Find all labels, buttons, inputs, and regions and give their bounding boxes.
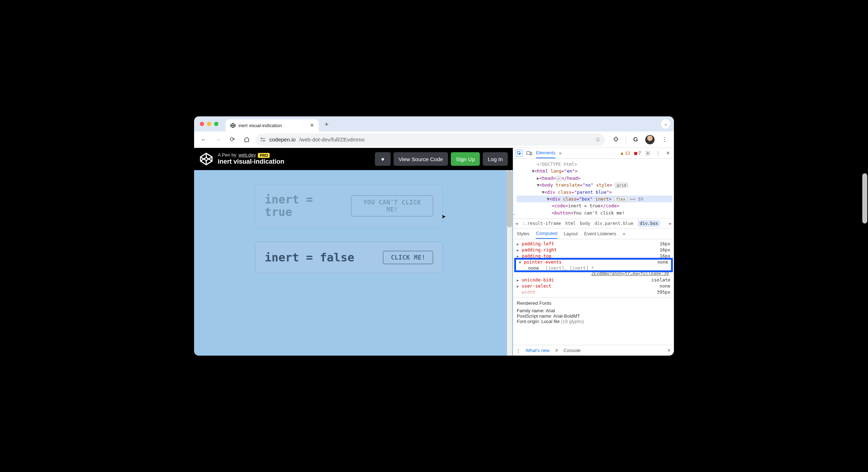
breadcrumb-left-chevron-icon[interactable]: ◀ bbox=[515, 221, 518, 226]
separator bbox=[626, 136, 626, 144]
home-button[interactable] bbox=[241, 134, 252, 145]
dom-breadcrumb[interactable]: ◀ :.result-iframe html body div.parent.b… bbox=[513, 218, 674, 228]
pro-badge: PRO bbox=[258, 153, 270, 158]
computed-row: ▶padding-left16px bbox=[513, 241, 674, 247]
layout-tab[interactable]: Layout bbox=[564, 231, 578, 236]
breadcrumb-right-chevron-icon[interactable]: ▶ bbox=[669, 221, 672, 226]
breadcrumb-item-selected[interactable]: div.box bbox=[638, 220, 660, 227]
codepen-logo-icon[interactable] bbox=[199, 152, 213, 166]
breadcrumb-item[interactable]: :.result-iframe bbox=[522, 221, 561, 226]
inert-true-code: inert = true bbox=[265, 193, 344, 218]
whats-new-close-icon[interactable]: ✕ bbox=[555, 348, 559, 353]
scrollbar-thumb[interactable] bbox=[507, 170, 512, 227]
warnings-count: 13 bbox=[625, 150, 630, 156]
errors-badge[interactable]: ◼7 bbox=[634, 150, 641, 156]
computed-row: ▶padding-right16px bbox=[513, 247, 674, 253]
svg-rect-4 bbox=[530, 152, 532, 155]
styles-tab[interactable]: Styles bbox=[517, 231, 529, 236]
svg-point-5 bbox=[647, 153, 648, 154]
forward-button[interactable]: → bbox=[213, 134, 223, 145]
browser-tab[interactable]: inert visual-indication ✕ bbox=[226, 119, 319, 131]
byline-prefix: A Pen by bbox=[218, 153, 236, 158]
bookmark-star-icon[interactable]: ☆ bbox=[595, 136, 601, 143]
console-tab[interactable]: Console bbox=[564, 348, 581, 353]
errors-count: 7 bbox=[638, 150, 641, 156]
device-toggle-icon[interactable] bbox=[526, 150, 532, 156]
heart-icon: ♥ bbox=[381, 156, 384, 162]
computed-pane[interactable]: ▶padding-left16px ▶padding-right16px ▶pa… bbox=[513, 239, 674, 345]
page: A Pen by web.dev PRO inert visual-indica… bbox=[194, 148, 513, 356]
reload-button[interactable]: ⟳ bbox=[227, 134, 238, 145]
devtools-menu-icon[interactable]: ⋮ bbox=[655, 150, 661, 156]
codepen-header: A Pen by web.dev PRO inert visual-indica… bbox=[194, 148, 513, 170]
log-in-button[interactable]: Log In bbox=[483, 152, 508, 166]
highlighted-property: ▼pointer-eventsnone none[inert], [inert]… bbox=[515, 259, 672, 271]
devtools-topbar: Elements » ▲13 ◼7 ⋮ ✕ bbox=[513, 148, 674, 159]
tabs-dropdown-button[interactable]: ⌄ bbox=[661, 119, 670, 129]
maximize-window-button[interactable] bbox=[214, 122, 218, 126]
page-scrollbar[interactable] bbox=[507, 170, 512, 356]
devtools-settings-icon[interactable] bbox=[645, 150, 651, 156]
drawer-menu-icon[interactable]: ⋮ bbox=[516, 348, 521, 353]
content-area: A Pen by web.dev PRO inert visual-indica… bbox=[194, 148, 674, 356]
computed-row: width395px bbox=[513, 289, 674, 295]
svg-rect-3 bbox=[527, 151, 530, 154]
toolbar-right: G ⋮ bbox=[611, 134, 670, 145]
event-listeners-tab[interactable]: Event Listeners bbox=[584, 231, 616, 236]
byline-author[interactable]: web.dev bbox=[238, 153, 256, 158]
codepen-meta: A Pen by web.dev PRO inert visual-indica… bbox=[218, 153, 284, 165]
sign-up-button[interactable]: Sign Up bbox=[451, 152, 480, 166]
dom-doctype: <!DOCTYPE html> bbox=[517, 161, 672, 168]
sub-selector: [inert], [inert] * bbox=[545, 265, 594, 271]
address-bar[interactable]: codepen.io/web-dot-dev/full/ZEvdmmo ☆ bbox=[256, 134, 605, 146]
computed-row: ▶unicode-bidiisolate bbox=[513, 277, 674, 283]
computed-row: ▶user-selectnone bbox=[513, 283, 674, 289]
rendered-fonts-section: Rendered Fonts Family name: Arial PostSc… bbox=[513, 297, 674, 327]
elements-tab[interactable]: Elements bbox=[536, 148, 555, 158]
url-path: /web-dot-dev/full/ZEvdmmo bbox=[299, 136, 365, 143]
whats-new-tab[interactable]: What's new bbox=[526, 348, 550, 353]
love-button[interactable]: ♥ bbox=[375, 152, 391, 166]
dom-tree[interactable]: <!DOCTYPE html> ▼<html lang="en"> ▶<head… bbox=[513, 159, 674, 218]
tabstrip: inert visual-indication ✕ ＋ ⌄ bbox=[194, 116, 674, 131]
back-button[interactable]: ← bbox=[198, 134, 209, 145]
inert-true-button: YOU CAN'T CLICK ME! bbox=[351, 195, 433, 217]
pen-title: inert visual-indication bbox=[218, 158, 284, 165]
minimize-window-button[interactable] bbox=[207, 122, 211, 126]
devtools-close-icon[interactable]: ✕ bbox=[665, 150, 671, 156]
sub-value: none bbox=[528, 265, 539, 271]
view-source-button[interactable]: View Source Code bbox=[394, 152, 448, 166]
ellipsis-icon: ⋯ bbox=[513, 211, 515, 218]
close-tab-button[interactable]: ✕ bbox=[310, 122, 314, 129]
codepen-favicon bbox=[230, 122, 236, 128]
rendered-fonts-title: Rendered Fonts bbox=[517, 300, 670, 306]
drawer-close-icon[interactable]: ✕ bbox=[667, 348, 671, 353]
inspect-element-icon[interactable] bbox=[516, 150, 522, 156]
extensions-icon[interactable] bbox=[611, 134, 621, 145]
url-host: codepen.io bbox=[269, 136, 295, 143]
inert-true-box: inert = true YOU CAN'T CLICK ME! bbox=[255, 184, 443, 227]
breadcrumb-item[interactable]: html bbox=[565, 221, 576, 226]
google-account-icon[interactable]: G bbox=[630, 134, 641, 145]
close-window-button[interactable] bbox=[200, 122, 204, 126]
browser-toolbar: ← → ⟳ codepen.io/web-dot-dev/full/ZEvdmm… bbox=[194, 131, 674, 148]
computed-tab[interactable]: Computed bbox=[536, 228, 557, 239]
inert-false-button[interactable]: CLICK ME! bbox=[383, 251, 433, 264]
new-tab-button[interactable]: ＋ bbox=[322, 119, 332, 129]
pen-byline: A Pen by web.dev PRO bbox=[218, 153, 284, 158]
svg-point-1 bbox=[264, 140, 265, 141]
breadcrumb-item[interactable]: div.parent.blue bbox=[594, 221, 633, 226]
dom-selected-row[interactable]: ▼<div class="box" inert> flex == $0 bbox=[517, 196, 672, 202]
profile-avatar[interactable] bbox=[645, 135, 655, 144]
source-link[interactable]: ZEvdmmo?anon=tr…ew=fullpage:30 bbox=[513, 271, 674, 277]
more-subtabs-icon[interactable]: » bbox=[623, 231, 625, 236]
inert-false-code: inert = false bbox=[265, 251, 354, 264]
site-settings-icon[interactable] bbox=[260, 137, 266, 142]
window-controls bbox=[200, 122, 218, 126]
more-tabs-chevron-icon[interactable]: » bbox=[559, 150, 561, 156]
styles-subtabs: Styles Computed Layout Event Listeners » bbox=[513, 228, 674, 239]
chrome-menu-icon[interactable]: ⋮ bbox=[659, 134, 670, 145]
breadcrumb-item[interactable]: body bbox=[580, 221, 590, 226]
warnings-badge[interactable]: ▲13 bbox=[619, 150, 630, 156]
codepen-actions: ♥ View Source Code Sign Up Log In bbox=[375, 152, 508, 166]
